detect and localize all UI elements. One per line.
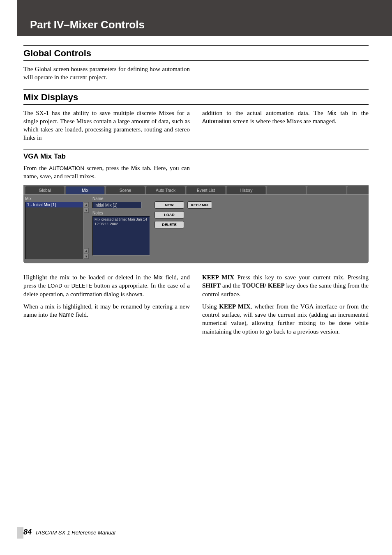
tab-mix[interactable]: Mix [65, 186, 105, 194]
footer-accent-bar [17, 527, 23, 539]
text-segment: Using [202, 303, 219, 310]
load-button[interactable]: LOAD [154, 211, 184, 219]
global-col-left: The Global screen houses parameters for … [23, 61, 190, 82]
tab-global[interactable]: Global [25, 186, 65, 194]
section-rule [23, 150, 369, 150]
section-rule [23, 45, 369, 46]
mix-list-label: Mix [25, 196, 83, 201]
name-field[interactable]: Initial Mix [1] [92, 202, 142, 208]
page-header-title: Part IV–Mixer Controls [30, 18, 145, 31]
notes-field[interactable]: Mix created at time: Mon Jan 14 12:06:11… [92, 216, 150, 256]
vga-intro-col-right [202, 162, 369, 181]
mix-displays-para-left: The SX-1 has the ability to save multipl… [23, 109, 190, 142]
margin-accent-bar [17, 0, 23, 36]
notes-field-label: Notes [92, 211, 151, 215]
automation-label-inline: Automation [202, 118, 231, 124]
tab-empty [307, 186, 346, 194]
below-col-left: Highlight the mix to be loaded or delete… [23, 269, 190, 336]
global-col-right [202, 61, 369, 82]
load-label-inline: LOAD [48, 283, 62, 289]
text-segment: screen is where these Mixes are managed. [231, 118, 337, 124]
automation-mix-screenshot: Global Mix Scene Auto Track Event List H… [23, 185, 369, 263]
below-left-p2: When a mix is highlighted, it may be ren… [23, 302, 190, 319]
below-left-p1: Highlight the mix to be loaded or delete… [23, 273, 190, 298]
page-header: Part IV–Mixer Controls [23, 0, 392, 36]
subsection-heading-vga-mix-tab: VGA Mix Tab [23, 152, 369, 161]
below-col-right: KEEP MIX Press this key to save your cur… [202, 269, 369, 336]
text-segment: screen, press the [84, 165, 131, 171]
section-rule [23, 89, 369, 90]
global-para: The Global screen houses parameters for … [23, 65, 190, 82]
ui-body: Mix 1 - Initial Mix [1] ▲ ▼ ▲ ▼ Name Ini… [23, 194, 369, 263]
mix-displays-col-left: The SX-1 has the ability to save multipl… [23, 105, 190, 142]
text-segment: When a mix is highlighted, it may be ren… [23, 303, 190, 318]
scroll-down-icon[interactable]: ▼ [84, 254, 89, 259]
section-heading-global: Global Controls [23, 48, 369, 59]
scroll-up-icon[interactable]: ▲ [84, 248, 89, 253]
below-columns: Highlight the mix to be loaded or delete… [23, 269, 369, 336]
text-segment: tab in the [336, 110, 369, 116]
tab-event-list[interactable]: Event List [186, 186, 226, 194]
text-segment: addition to the actual automation data. … [202, 110, 327, 116]
automation-caps-inline: AUTOMATION [49, 165, 84, 171]
name-label-inline: Name [58, 311, 74, 318]
mix-label-inline: Mix [327, 110, 337, 116]
ui-name-notes-panel: Name Initial Mix [1] Notes Mix created a… [85, 195, 153, 263]
mix-listbox[interactable]: 1 - Initial Mix [1] ▲ ▼ ▲ ▼ [25, 202, 83, 259]
vga-intro-para: From the AUTOMATION screen, press the Mi… [23, 164, 190, 181]
delete-button[interactable]: DELETE [154, 221, 184, 228]
tab-empty [347, 186, 369, 194]
text-segment: From the [23, 165, 49, 171]
mix-displays-col-right: addition to the actual automation data. … [202, 105, 369, 142]
footer-manual-title: TASCAM SX-1 Reference Manual [35, 530, 115, 536]
mix-list-item[interactable]: 1 - Initial Mix [1] [25, 202, 83, 207]
text-segment: and the [221, 282, 242, 289]
tab-empty [267, 186, 306, 194]
mix-displays-para-right: addition to the actual automation data. … [202, 109, 369, 126]
section-heading-mix-displays: Mix Displays [23, 92, 369, 103]
below-right-p2: Using KEEP MIX, whether from the VGA int… [202, 302, 369, 336]
ui-mix-list-panel: Mix 1 - Initial Mix [1] ▲ ▼ ▲ ▼ [23, 195, 85, 263]
mix-displays-columns: The SX-1 has the ability to save multipl… [23, 105, 369, 142]
text-segment: field. [74, 311, 88, 318]
ui-button-column-1: NEW LOAD DELETE [153, 195, 186, 263]
vga-intro-col-left: From the AUTOMATION screen, press the Mi… [23, 162, 190, 181]
scroll-down-icon[interactable]: ▼ [84, 208, 89, 213]
tab-auto-track[interactable]: Auto Track [146, 186, 185, 194]
delete-label-inline: DELETE [71, 283, 92, 289]
new-button[interactable]: NEW [154, 201, 184, 209]
ui-tab-bar: Global Mix Scene Auto Track Event List H… [23, 185, 369, 194]
mix-label-inline: Mix [154, 274, 163, 281]
global-columns: The Global screen houses parameters for … [23, 61, 369, 82]
vga-intro-columns: From the AUTOMATION screen, press the Mi… [23, 162, 369, 181]
keep-mix-label-bold: KEEP MIX [202, 274, 234, 281]
page-content: Global Controls The Global screen houses… [23, 45, 369, 336]
keep-mix-button[interactable]: KEEP MIX [187, 201, 212, 209]
text-segment: or [62, 282, 71, 289]
mix-label-inline: Mix [131, 165, 140, 171]
touch-keep-key-bold: TOUCH/ KEEP [242, 282, 285, 289]
page-number: 84 [23, 528, 32, 537]
text-segment: Press this key to save your current mix.… [234, 274, 369, 281]
scroll-up-icon[interactable]: ▲ [84, 202, 89, 207]
tab-history[interactable]: History [226, 186, 266, 194]
shift-key-bold: SHIFT [202, 282, 221, 289]
keep-mix-label-bold: KEEP MIX [219, 303, 250, 310]
ui-button-column-2: KEEP MIX [186, 195, 214, 263]
tab-scene[interactable]: Scene [106, 186, 145, 194]
page-footer: 84 TASCAM SX-1 Reference Manual [23, 528, 115, 537]
text-segment: Highlight the mix to be loaded or delete… [23, 274, 154, 281]
name-field-label: Name [92, 196, 151, 201]
below-right-p1: KEEP MIX Press this key to save your cur… [202, 273, 369, 298]
